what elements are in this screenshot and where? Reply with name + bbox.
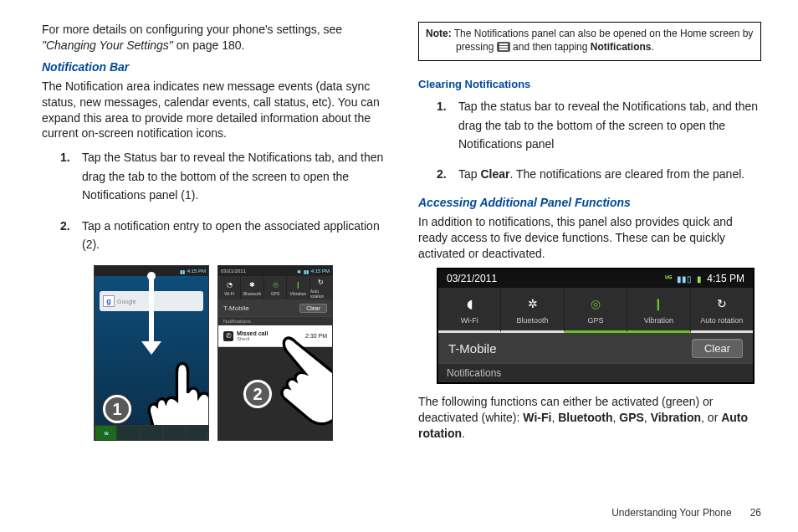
dock-item [186, 425, 208, 441]
signal-icon: ▮▮ [180, 269, 185, 274]
qs-label: GPS [271, 291, 280, 296]
intro-paragraph: For more details on configuring your pho… [42, 22, 385, 54]
phone-screenshot-1: ▮▮ 4:15 PM g Google [94, 265, 209, 441]
gps-icon: ◎ [586, 294, 606, 314]
drag-arrow-shaft [149, 279, 154, 346]
signal-icon: ▮▮▯ [677, 274, 692, 284]
panel-qs-wi-fi: ◖Wi-Fi [438, 288, 501, 333]
fn-bt: Bluetooth [558, 411, 612, 424]
bluetooth-icon: ✱ [297, 269, 301, 274]
or: , or [701, 411, 721, 424]
phone-screenshot-2: 03/21/2011 ✱ ▮▮ 4:15 PM ◔Wi-Fi ✱Bluetoot… [217, 265, 333, 441]
qs-wifi: ◔Wi-Fi [218, 276, 241, 299]
intro-text: For more details on configuring your pho… [42, 23, 342, 36]
fn-gps: GPS [619, 411, 644, 424]
status-time: 4:15 PM [311, 269, 330, 274]
panel-carrier-row: T-Mobile Clear [438, 333, 753, 363]
quick-settings-row: ◔Wi-Fi ✱Bluetooth ◎GPS ❙Vibration ↻Auto … [218, 276, 332, 299]
access-desc: In addition to notifications, this panel… [418, 214, 761, 262]
missed-call-icon: ✆ [223, 331, 233, 341]
note-bold: Notifications [591, 41, 652, 53]
step-num: 2. [60, 217, 70, 235]
dock-item [163, 425, 186, 441]
fn-vib: Vibration [651, 411, 701, 424]
fn-wifi: Wi-Fi [523, 411, 551, 424]
qs-label: Vibration [290, 291, 307, 296]
qs-bluetooth: ✱Bluetooth [241, 276, 263, 299]
signal-icon: ▮▮ [304, 269, 309, 274]
qs-autorotation: ↻Auto rotation [310, 276, 332, 299]
wi-fi-icon: ◖ [459, 294, 479, 314]
carrier-row: T-Mobile Clear [218, 299, 332, 316]
intro-text2: on page 180. [173, 38, 245, 52]
qs-gps: ◎GPS [264, 276, 287, 299]
panel-qs-bluetooth: ✲Bluetooth [501, 288, 564, 333]
note-text2a: pressing [456, 41, 497, 53]
panel-qs-auto-rotation: ↻Auto rotation [691, 288, 753, 333]
status-time: 4:15 PM [187, 269, 206, 274]
dock-bar: ☎ [95, 425, 208, 441]
note-box: Note: The Notifications panel can also b… [418, 22, 761, 61]
menu-icon [497, 42, 510, 52]
intro-ref: "Changing Your Settings" [42, 38, 173, 52]
footer-section: Understanding Your Phone [611, 507, 731, 519]
bluetooth-icon: ✱ [248, 280, 258, 290]
step-1: 1. Tap the Status bar to reveal the Noti… [60, 148, 385, 204]
wifi-icon: ◔ [224, 280, 234, 290]
step-text-b: Clear [480, 167, 509, 181]
sep: , [644, 411, 651, 424]
step-text-c: . The notifications are cleared from the… [510, 167, 745, 181]
footer-page: 26 [750, 507, 761, 519]
panel-quick-settings: ◖Wi-Fi✲Bluetooth◎GPS❙Vibration↻Auto rota… [438, 288, 753, 333]
panel-screenshot: 03/21/2011 ᵁᴳ ▮▮▯ ▮ 4:15 PM ◖Wi-Fi✲Bluet… [437, 268, 755, 384]
panel-qs-vibration: ❙Vibration [627, 288, 690, 333]
qs-label: Wi-Fi [224, 291, 234, 296]
4g-icon: ᵁᴳ [665, 274, 672, 283]
figure-row: ▮▮ 4:15 PM g Google [42, 265, 385, 441]
rotate-icon: ↻ [316, 278, 326, 288]
heading-notification-bar: Notification Bar [42, 60, 385, 74]
carrier-label: T-Mobile [223, 304, 249, 312]
step-text: Tap the Status bar to reveal the Notific… [82, 151, 383, 202]
clear-step-2: 2. Tap Clear. The notifications are clea… [437, 165, 761, 183]
google-g-icon: g [103, 295, 115, 307]
heading-clearing-notifications: Clearing Notifications [418, 78, 761, 90]
dock-item [117, 425, 140, 441]
panel-clear-button: Clear [692, 339, 743, 358]
note-label: Note: [426, 28, 452, 39]
step-text-a: Tap [458, 167, 480, 181]
step-num: 2. [437, 165, 447, 183]
step-num: 1. [437, 97, 447, 115]
qs-vibration: ❙Vibration [287, 276, 309, 299]
panel-notifications-header: Notifications [438, 363, 753, 382]
panel-qs-gps: ◎GPS [565, 288, 627, 333]
panel-date: 03/21/2011 [447, 273, 497, 284]
panel-carrier: T-Mobile [448, 341, 497, 356]
note-text2b: and then tapping [510, 41, 591, 53]
battery-icon: ▮ [697, 274, 702, 284]
gps-icon: ◎ [270, 280, 280, 290]
step-text: Tap the status bar to reveal the Notific… [458, 100, 758, 151]
heading-accessing-panel: Accessing Additional Panel Functions [418, 196, 761, 209]
step-num: 1. [60, 148, 70, 166]
page-footer: Understanding Your Phone 26 [611, 507, 761, 519]
note-text: The Notifications panel can also be open… [452, 28, 754, 39]
vibration-icon: ❙ [293, 280, 303, 290]
qs-label: GPS [588, 316, 604, 325]
qs-label: Auto rotation [700, 316, 743, 325]
step-2: 2. Tap a notification entry to open the … [60, 217, 385, 254]
clear-button: Clear [299, 304, 327, 313]
search-placeholder: Google [117, 299, 136, 304]
functions-paragraph: The following functions can either be ac… [418, 394, 761, 442]
drag-arrow-head [141, 341, 161, 355]
panel-status-bar: 03/21/2011 ᵁᴳ ▮▮▯ ▮ 4:15 PM [438, 269, 753, 288]
dock-item [140, 425, 162, 441]
notifications-header: Notifications [218, 316, 332, 325]
qs-label: Bluetooth [517, 316, 549, 325]
clear-step-1: 1. Tap the status bar to reveal the Noti… [437, 97, 761, 153]
status-bar: 03/21/2011 ✱ ▮▮ 4:15 PM [218, 266, 332, 276]
callout-circle-1: 1 [103, 395, 131, 423]
qs-label: Wi-Fi [461, 316, 478, 325]
notifbar-desc: The Notification area indicates new mess… [42, 79, 385, 142]
qs-label: Vibration [644, 316, 673, 325]
